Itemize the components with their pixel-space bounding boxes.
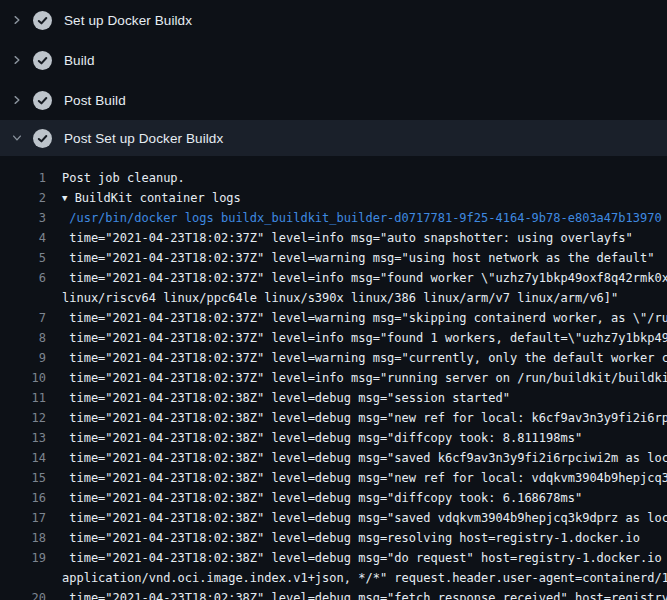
log-line-text: time="2021-04-23T18:02:38Z" level=debug …	[46, 408, 667, 428]
log-line-continuation: linux/riscv64 linux/ppc64le linux/s390x …	[0, 288, 667, 308]
log-line-text: time="2021-04-23T18:02:38Z" level=debug …	[46, 588, 667, 600]
step-label: Set up Docker Buildx	[64, 13, 192, 28]
log-line-text: time="2021-04-23T18:02:38Z" level=debug …	[46, 468, 667, 488]
steps-list: Set up Docker Buildx Build Post Build Po…	[0, 0, 667, 156]
log-line: 4 time="2021-04-23T18:02:37Z" level=info…	[0, 228, 667, 248]
log-line-text: time="2021-04-23T18:02:38Z" level=debug …	[46, 548, 667, 568]
log-line-number[interactable]: 16	[0, 488, 46, 508]
log-line-number[interactable]: 9	[0, 348, 46, 368]
step-header-set-up-docker-buildx[interactable]: Set up Docker Buildx	[0, 0, 667, 40]
step-label: Post Set up Docker Buildx	[64, 131, 223, 146]
log-line-continuation: application/vnd.oci.image.index.v1+json,…	[0, 568, 667, 588]
log-line-number[interactable]: 4	[0, 228, 46, 248]
log-line-number[interactable]: 18	[0, 528, 46, 548]
log-line: 6 time="2021-04-23T18:02:37Z" level=info…	[0, 268, 667, 288]
log-group-header[interactable]: 2 ▼ BuildKit container logs	[0, 188, 667, 208]
log-line-text: /usr/bin/docker logs buildx_buildkit_bui…	[46, 208, 667, 228]
log-line-number[interactable]: 6	[0, 268, 46, 288]
chevron-right-icon	[10, 13, 24, 27]
step-label: Post Build	[64, 93, 126, 108]
log-line-text: time="2021-04-23T18:02:38Z" level=debug …	[46, 528, 667, 548]
log-line-text: time="2021-04-23T18:02:37Z" level=info m…	[46, 368, 667, 388]
log-line-number[interactable]: 3	[0, 208, 46, 228]
log-line-text: time="2021-04-23T18:02:38Z" level=debug …	[46, 508, 667, 528]
log-line: 16 time="2021-04-23T18:02:38Z" level=deb…	[0, 488, 667, 508]
chevron-right-icon	[10, 53, 24, 67]
log-line: 18 time="2021-04-23T18:02:38Z" level=deb…	[0, 528, 667, 548]
log-line: 5 time="2021-04-23T18:02:37Z" level=warn…	[0, 248, 667, 268]
log-line-command: 3 /usr/bin/docker logs buildx_buildkit_b…	[0, 208, 667, 228]
log-line-text: linux/riscv64 linux/ppc64le linux/s390x …	[46, 288, 667, 308]
log-line-text: time="2021-04-23T18:02:37Z" level=info m…	[46, 328, 667, 348]
log-line: 9 time="2021-04-23T18:02:37Z" level=warn…	[0, 348, 667, 368]
log-line-text: ▼ BuildKit container logs	[46, 188, 667, 209]
log-lines: 1 Post job cleanup. 2 ▼ BuildKit contain…	[0, 156, 667, 600]
log-line-text: time="2021-04-23T18:02:38Z" level=debug …	[46, 428, 667, 448]
log-line-text: time="2021-04-23T18:02:38Z" level=debug …	[46, 448, 667, 468]
log-line-number[interactable]: 5	[0, 248, 46, 268]
log-line-number[interactable]: 11	[0, 388, 46, 408]
check-circle-icon	[33, 91, 52, 110]
check-circle-icon	[33, 129, 52, 148]
log-line-number[interactable]: 13	[0, 428, 46, 448]
log-line-number[interactable]: 14	[0, 448, 46, 468]
step-label: Build	[64, 53, 95, 68]
log-line-number[interactable]: 20	[0, 588, 46, 600]
log-line: 19 time="2021-04-23T18:02:38Z" level=deb…	[0, 548, 667, 568]
log-line-number[interactable]: 2	[0, 188, 46, 208]
chevron-down-icon	[10, 131, 24, 145]
log-line-text: time="2021-04-23T18:02:37Z" level=warnin…	[46, 308, 667, 328]
log-line-number[interactable]: 15	[0, 468, 46, 488]
step-header-post-set-up-docker-buildx[interactable]: Post Set up Docker Buildx	[0, 120, 667, 156]
job-log-viewer: Set up Docker Buildx Build Post Build Po…	[0, 0, 667, 600]
log-line: 11 time="2021-04-23T18:02:38Z" level=deb…	[0, 388, 667, 408]
log-line: 7 time="2021-04-23T18:02:37Z" level=warn…	[0, 308, 667, 328]
chevron-right-icon	[10, 93, 24, 107]
log-line-text: Post job cleanup.	[46, 168, 667, 188]
log-line-number[interactable]: 19	[0, 548, 46, 568]
log-line: 17 time="2021-04-23T18:02:38Z" level=deb…	[0, 508, 667, 528]
log-line: 14 time="2021-04-23T18:02:38Z" level=deb…	[0, 448, 667, 468]
log-line-text: time="2021-04-23T18:02:38Z" level=debug …	[46, 388, 667, 408]
log-line-number[interactable]: 17	[0, 508, 46, 528]
log-line: 15 time="2021-04-23T18:02:38Z" level=deb…	[0, 468, 667, 488]
log-line-text: time="2021-04-23T18:02:37Z" level=warnin…	[46, 248, 667, 268]
log-line: 12 time="2021-04-23T18:02:38Z" level=deb…	[0, 408, 667, 428]
log-line-text: time="2021-04-23T18:02:37Z" level=info m…	[46, 228, 667, 248]
log-line-number[interactable]: 10	[0, 368, 46, 388]
log-line: 10 time="2021-04-23T18:02:37Z" level=inf…	[0, 368, 667, 388]
check-circle-icon	[33, 11, 52, 30]
log-line-number[interactable]: 12	[0, 408, 46, 428]
log-line-number[interactable]: 8	[0, 328, 46, 348]
check-circle-icon	[33, 51, 52, 70]
log-line: 1 Post job cleanup.	[0, 168, 667, 188]
log-line: 13 time="2021-04-23T18:02:38Z" level=deb…	[0, 428, 667, 448]
log-line-number[interactable]: 7	[0, 308, 46, 328]
log-line-text: application/vnd.oci.image.index.v1+json,…	[46, 568, 667, 588]
log-line-number[interactable]: 1	[0, 168, 46, 188]
group-toggle-icon: ▼	[62, 188, 67, 208]
log-line-text: time="2021-04-23T18:02:38Z" level=debug …	[46, 488, 667, 508]
step-header-build[interactable]: Build	[0, 40, 667, 80]
log-line-text: time="2021-04-23T18:02:37Z" level=info m…	[46, 268, 667, 288]
log-line: 8 time="2021-04-23T18:02:37Z" level=info…	[0, 328, 667, 348]
log-line-text: time="2021-04-23T18:02:37Z" level=warnin…	[46, 348, 667, 368]
log-line: 20 time="2021-04-23T18:02:38Z" level=deb…	[0, 588, 667, 600]
step-header-post-build[interactable]: Post Build	[0, 80, 667, 120]
